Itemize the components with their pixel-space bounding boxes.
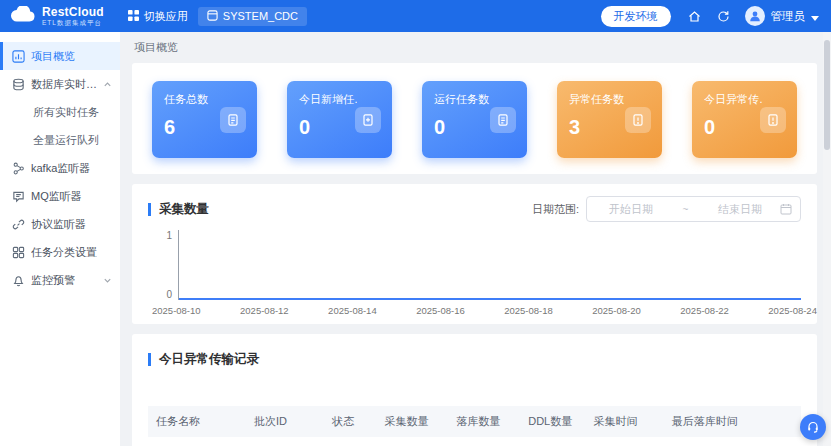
records-table: 任务名称批次ID状态采集数量落库数量DDL数量采集时间最后落库时间 [148,406,801,446]
stat-label: 今日异常传… [704,92,762,107]
table-panel: 今日异常传输记录 任务名称批次ID状态采集数量落库数量DDL数量采集时间最后落库… [132,334,817,446]
sidebar-item-label: 所有实时任务 [33,105,99,120]
stat-card: 任务总数6 [152,81,257,158]
bell-icon [12,274,25,287]
date-range-label: 日期范围: [532,202,579,217]
y-axis: 10 [148,230,178,300]
database-icon [12,78,25,91]
home-icon[interactable] [687,9,702,24]
start-date-input[interactable] [595,203,667,215]
doc-icon [490,107,516,133]
date-range-picker: 日期范围: ~ [532,196,801,222]
y-tick-label: 1 [166,230,172,241]
sidebar-item-full-run-queue[interactable]: 全量运行队列 [0,126,120,154]
user-name: 管理员 [771,9,806,24]
cloud-logo-icon [10,6,36,27]
table-panel-header: 今日异常传输记录 [148,346,801,372]
column-header: 落库数量 [448,406,520,437]
x-tick-label: 2025-08-22 [680,305,729,316]
plot-area [178,230,801,300]
refresh-icon[interactable] [716,9,731,24]
chevron-up-icon [103,80,112,89]
message-icon [12,190,25,203]
y-tick-label: 0 [166,289,172,300]
sidebar-item-label: 协议监听器 [31,217,86,232]
stat-label: 今日新增任… [299,92,357,107]
system-cdc-tab[interactable]: SYSTEM_CDC [198,7,307,26]
link-icon [12,218,25,231]
sidebar-item-label: kafka监听器 [31,161,90,176]
stat-label: 任务总数 [164,92,222,107]
sidebar-item-mq-listener[interactable]: MQ监听器 [0,182,120,210]
chevron-down-icon [811,7,819,25]
system-label: SYSTEM_CDC [223,10,298,22]
scrollbar-thumb[interactable] [824,40,830,150]
sidebar-item-db-realtime-tasks[interactable]: 数据库实时任务 [0,70,120,98]
end-date-input[interactable] [704,203,776,215]
chart-panel-title: 采集数量 [148,203,209,216]
env-button[interactable]: 开发环境 [601,6,671,27]
sidebar-item-label: 项目概览 [31,49,75,64]
brand: RestCloud ETL数据集成平台 [10,6,104,27]
stat-card: 今日异常传…0 [692,81,797,158]
switch-app-button[interactable]: 切换应用 [128,9,188,24]
sidebar: 项目概览 数据库实时任务 所有实时任务 全量运行队列 [0,32,120,446]
column-header: DDL数量 [520,406,585,437]
scrollbar[interactable] [823,32,831,446]
column-header: 采集数量 [377,406,449,437]
sidebar-item-project-overview[interactable]: 项目概览 [0,42,120,70]
series-line [179,298,801,300]
avatar [745,6,765,26]
date-range-input[interactable]: ~ [586,196,801,222]
switch-app-label: 切换应用 [144,9,188,24]
app-window: RestCloud ETL数据集成平台 切换应用 SYSTEM_CDC 开发环境 [0,0,831,446]
breadcrumb: 项目概览 [134,40,817,55]
table-row [148,437,801,446]
sidebar-item-label: 监控预警 [31,273,75,288]
stat-label: 运行任务数 [434,92,492,107]
floating-service-button[interactable] [800,414,826,440]
grid-icon [128,10,139,23]
stat-card: 今日新增任…0 [287,81,392,158]
chart-panel: 采集数量 日期范围: ~ 10 [132,184,817,324]
brand-subtitle: ETL数据集成平台 [42,20,104,27]
x-axis-labels: 2025-08-102025-08-122025-08-142025-08-16… [178,300,801,316]
x-tick-label: 2025-08-14 [328,305,377,316]
table-panel-title: 今日异常传输记录 [148,353,259,366]
sidebar-item-monitor-alert[interactable]: 监控预警 [0,266,120,294]
calendar-icon [780,203,792,215]
category-grid-icon [12,246,25,259]
brand-name: RestCloud [42,6,104,18]
kafka-icon [12,162,25,175]
x-tick-label: 2025-08-16 [416,305,465,316]
stat-label: 异常任务数 [569,92,627,107]
user-menu[interactable]: 管理员 [745,6,820,26]
x-tick-label: 2025-08-12 [240,305,289,316]
chevron-down-icon [103,276,112,285]
column-header: 批次ID [246,406,324,437]
column-header: 采集时间 [585,406,663,437]
sidebar-item-label: 数据库实时任务 [31,77,97,92]
column-header: 状态 [324,406,376,437]
sidebar-item-task-category-settings[interactable]: 任务分类设置 [0,238,120,266]
doc-alert-icon [625,107,651,133]
sidebar-item-protocol-listener[interactable]: 协议监听器 [0,210,120,238]
chart-panel-header: 采集数量 日期范围: ~ [148,196,801,222]
table-body [148,437,801,446]
sidebar-item-label: 全量运行队列 [33,133,99,148]
x-tick-label: 2025-08-10 [152,305,201,316]
overview-icon [12,50,25,63]
column-header: 任务名称 [148,406,246,437]
app-window-icon [207,10,218,23]
sidebar-item-kafka-listener[interactable]: kafka监听器 [0,154,120,182]
stat-card: 异常任务数3 [557,81,662,158]
doc-alert-icon [760,107,786,133]
sidebar-item-all-realtime-tasks[interactable]: 所有实时任务 [0,98,120,126]
x-tick-label: 2025-08-20 [592,305,641,316]
doc-icon [220,107,246,133]
range-separator: ~ [667,204,704,215]
table-header-row: 任务名称批次ID状态采集数量落库数量DDL数量采集时间最后落库时间 [148,406,801,437]
main-content: 项目概览 任务总数6今日新增任…0运行任务数0异常任务数3今日异常传…0 采集数… [120,32,831,446]
column-header: 最后落库时间 [664,406,801,437]
stats-panel: 任务总数6今日新增任…0运行任务数0异常任务数3今日异常传…0 [132,63,817,174]
